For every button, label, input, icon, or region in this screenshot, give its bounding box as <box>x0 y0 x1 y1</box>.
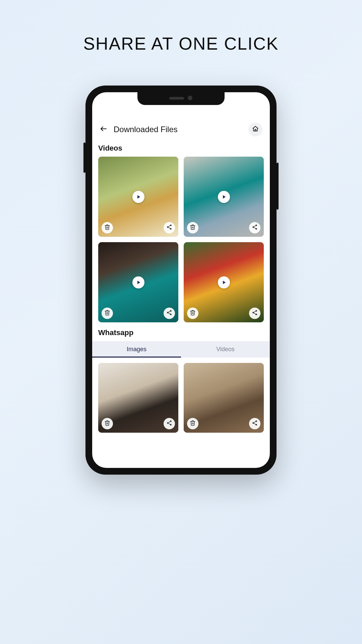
share-button[interactable] <box>249 222 260 233</box>
svg-point-21 <box>252 422 254 424</box>
home-button[interactable] <box>248 122 262 137</box>
trash-icon <box>190 420 196 427</box>
share-icon <box>252 310 258 317</box>
phone-side-button <box>277 163 279 210</box>
back-arrow-icon[interactable] <box>100 125 108 134</box>
svg-point-16 <box>255 314 257 315</box>
app-header: Downloaded Files <box>92 119 270 143</box>
delete-button[interactable] <box>187 418 198 429</box>
video-tile[interactable] <box>184 242 264 322</box>
play-icon[interactable] <box>218 276 230 288</box>
share-icon <box>252 420 258 427</box>
whatsapp-section-title: Whatsapp <box>98 328 264 337</box>
videos-grid <box>98 157 264 322</box>
play-icon[interactable] <box>132 191 144 203</box>
play-icon[interactable] <box>218 191 230 203</box>
delete-button[interactable] <box>102 418 113 429</box>
play-icon[interactable] <box>132 276 144 288</box>
phone-screen: Downloaded Files Videos Whatsapp Images … <box>92 92 270 468</box>
image-tile[interactable] <box>98 363 178 433</box>
delete-button[interactable] <box>187 308 198 319</box>
share-button[interactable] <box>249 418 260 429</box>
share-button[interactable] <box>164 418 175 429</box>
svg-point-10 <box>170 310 172 312</box>
whatsapp-section: Whatsapp Images Videos <box>98 328 264 446</box>
share-button[interactable] <box>164 308 175 319</box>
delete-button[interactable] <box>102 308 113 319</box>
delete-button[interactable] <box>187 222 198 233</box>
page-title: Downloaded Files <box>114 125 242 134</box>
svg-marker-5 <box>223 195 226 199</box>
svg-point-11 <box>167 312 169 314</box>
svg-point-20 <box>255 420 257 422</box>
svg-point-18 <box>167 422 169 424</box>
svg-point-3 <box>167 226 169 228</box>
svg-point-4 <box>170 228 172 230</box>
home-icon <box>252 125 259 133</box>
svg-point-19 <box>170 424 172 426</box>
content-scroll[interactable]: Videos Whatsapp Images Videos <box>92 143 270 468</box>
phone-side-button <box>83 143 85 173</box>
svg-point-22 <box>255 424 257 426</box>
trash-icon <box>190 310 196 317</box>
svg-marker-1 <box>137 195 140 199</box>
image-tile[interactable] <box>184 363 264 433</box>
share-button[interactable] <box>249 308 260 319</box>
app-root: Downloaded Files Videos Whatsapp Images … <box>92 92 270 468</box>
share-icon <box>252 224 258 231</box>
promo-headline: SHARE AT ONE CLICK <box>0 34 362 54</box>
video-tile[interactable] <box>184 157 264 237</box>
svg-point-6 <box>255 225 257 226</box>
phone-frame: Downloaded Files Videos Whatsapp Images … <box>85 86 277 475</box>
video-tile[interactable] <box>98 242 178 322</box>
trash-icon <box>190 224 196 231</box>
trash-icon <box>104 310 110 317</box>
whatsapp-images-grid <box>98 363 264 446</box>
svg-point-12 <box>170 314 172 315</box>
video-tile[interactable] <box>98 157 178 237</box>
whatsapp-tabs: Images Videos <box>92 341 270 358</box>
videos-section-title: Videos <box>98 144 264 153</box>
share-icon <box>166 224 172 231</box>
svg-marker-13 <box>223 280 226 284</box>
svg-point-7 <box>252 226 254 228</box>
svg-point-14 <box>255 310 257 312</box>
tab-videos[interactable]: Videos <box>181 341 270 358</box>
trash-icon <box>104 420 110 427</box>
share-button[interactable] <box>164 222 175 233</box>
phone-notch <box>137 92 225 105</box>
svg-point-15 <box>252 312 254 314</box>
share-icon <box>166 310 172 317</box>
trash-icon <box>104 224 110 231</box>
share-icon <box>166 420 172 427</box>
tab-images[interactable]: Images <box>92 341 181 358</box>
svg-marker-9 <box>137 280 140 284</box>
svg-point-8 <box>255 228 257 230</box>
svg-point-2 <box>170 225 172 226</box>
svg-point-17 <box>170 420 172 422</box>
delete-button[interactable] <box>102 222 113 233</box>
